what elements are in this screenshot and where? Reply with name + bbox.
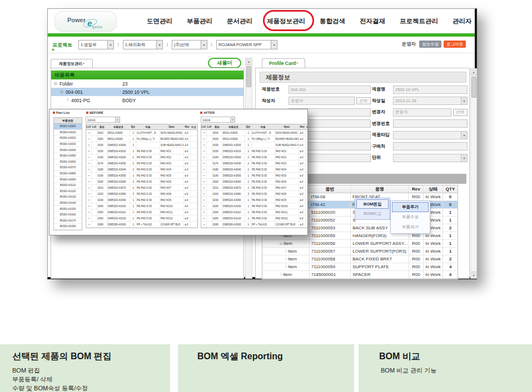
- compare-row[interactable]: • 0220D985320-A30803PE PAD D:30PAD NO8a.…: [86, 191, 197, 197]
- field-input[interactable]: [393, 142, 468, 150]
- field-input[interactable]: [393, 119, 468, 128]
- partlist-item[interactable]: 85300-A3170: [54, 218, 82, 224]
- logout-button[interactable]: 로그아웃: [444, 41, 466, 48]
- compare-row[interactable]: • 0210D985320-A30702PE PAD D:30PAD NO7a.…: [86, 185, 197, 191]
- partlist-item[interactable]: 85300-A3050: [54, 153, 82, 159]
- partlist-item[interactable]: 85300-A3090: [54, 177, 82, 183]
- compare-row[interactable]: • 0030D985301-A30001-SUB HEADLINING ASSY…: [86, 142, 197, 148]
- menu-item-BOM비교[interactable]: BOM비교: [356, 209, 389, 218]
- partlist-item[interactable]: 85300-A3070: [54, 165, 82, 171]
- bom-row[interactable]: ⊟Item7111000056LOWER SUPPORT ASSY...R00I…: [262, 240, 458, 248]
- compare-row[interactable]: • 0190D985320-A30501PE PAD D:30PAD NO5a.…: [86, 173, 197, 179]
- edit-info-button[interactable]: 정보수정: [419, 41, 441, 48]
- tab-profile-card[interactable]: Profile Card *: [262, 58, 305, 68]
- partlist-item[interactable]: 85300-A3160: [54, 212, 82, 218]
- partlist-item[interactable]: 85300-A3080: [54, 171, 82, 177]
- partlist-item[interactable]: 85300-A3180: [54, 224, 82, 230]
- nav-item-7[interactable]: 프로젝트관리: [400, 17, 438, 26]
- bom-row[interactable]: └Item7111000057LOWER SUPPORT(FOR3)R00In …: [262, 248, 458, 255]
- compare-row[interactable]: • 0160D985320-A30202PE PAD D:30PAD NO2a.…: [86, 154, 197, 160]
- field-input[interactable]: ▾: [393, 154, 468, 162]
- compare-row[interactable]: • 0200D985320-A30602PE PAD D:30PAD NO6a.…: [86, 179, 197, 185]
- partlist-item[interactable]: 85300-A3020: [54, 135, 82, 142]
- compare-row[interactable]: • 0210D985320-A30702PE PAD D:30PAD NO7a.…: [201, 185, 308, 191]
- compare-row[interactable]: • 002085312-A30001PU [380g/㎡], 7tBOARD-H…: [201, 136, 308, 142]
- tree-row[interactable]: └4001-PGBODY: [51, 96, 243, 104]
- scroll-up-icon[interactable]: ▲: [471, 69, 476, 76]
- select-button[interactable]: 선택: [453, 109, 468, 116]
- partlist-item[interactable]: 85300-A3110: [54, 183, 82, 189]
- after-filter-select[interactable]: 111111 ▾: [201, 117, 235, 123]
- bom-cell-rev: R00: [409, 248, 424, 255]
- compare-row[interactable]: • 0280D985380-A30001PP + TALK20COVER-3PT…: [201, 222, 308, 228]
- compare-row[interactable]: • 0230D985320-A30901PE PAD D:30PAD NO9a.…: [86, 197, 197, 203]
- field-input[interactable]: 2500 10 VPL: [393, 86, 468, 94]
- field-input[interactable]: 2013-11-26▾: [393, 97, 468, 105]
- compare-row[interactable]: • 0260D985320-A31201PE PAD D:30PAD NO12a…: [201, 215, 308, 222]
- compare-row[interactable]: • 0160D985320-A30202PE PAD D:30PAD NO2a.…: [201, 154, 308, 160]
- compare-row[interactable]: • 0220D985320-A30803PE PAD D:30PAD NO8a.…: [201, 191, 308, 197]
- compare-row[interactable]: • 0180D985320-A30402PE PAD D:30PAD NO4a.…: [201, 167, 308, 173]
- field-input[interactable]: 운영자: [289, 97, 355, 105]
- partlist-item[interactable]: 85300-A3150: [54, 206, 82, 212]
- compare-row[interactable]: • 0150D985320-A30102PE PAD D:30PAD NO1a.…: [86, 148, 197, 154]
- compare-row[interactable]: • 0150D985320-A30102PE PAD D:30PAD NO1a.…: [201, 148, 308, 154]
- compare-row[interactable]: • 0250D985320-A31101PE PAD D:30PAD NO11a…: [201, 209, 308, 215]
- compare-row[interactable]: • 0280D985380-A30001PP + TALK20COVER-3PT…: [86, 222, 197, 228]
- project-select-3[interactable]: (주)선택▾: [172, 40, 207, 49]
- partlist-item[interactable]: 85300-A3060: [54, 159, 82, 165]
- select-button[interactable]: 선택: [356, 97, 371, 104]
- menu-item-부품제거[interactable]: 부품제거: [392, 222, 429, 232]
- compare-row[interactable]: • 0190D985320-A30501PE PAD D:30PAD NO5a.…: [201, 173, 308, 179]
- nav-item-3[interactable]: 문서관리: [227, 17, 252, 26]
- new-folder-button[interactable]: 새폴더: [208, 58, 241, 68]
- scroll-down-icon[interactable]: ▼: [471, 272, 476, 278]
- menu-item-부품추가[interactable]: 부품추가: [392, 202, 429, 212]
- compare-row[interactable]: • 0180D985320-A30402PE PAD D:30PAD NO4a.…: [86, 167, 197, 173]
- bom-row[interactable]: └Item7111000058BACK FIXED BRKTR00In Work…: [262, 255, 458, 263]
- compare-row[interactable]: • 0030D985301-A30001-SUB HEADLINING ASSY…: [201, 142, 308, 148]
- partlist-item[interactable]: 85300-A3030: [54, 142, 82, 148]
- compare-row[interactable]: • 001085311-A30001CLOTH-KNIT , 3tSKIN-HE…: [201, 130, 308, 136]
- before-filter-select[interactable]: 111111 ▾: [86, 117, 120, 123]
- nav-item-2[interactable]: 부품관리: [187, 17, 212, 26]
- partlist-item[interactable]: 85300-A3140: [54, 200, 82, 207]
- tree-row[interactable]: ⊟Folder23: [51, 79, 243, 88]
- project-select-4[interactable]: ROJANA POWER SPP▾: [216, 40, 277, 49]
- compare-row[interactable]: • 0200D985320-A30602PE PAD D:30PAD NO6a.…: [201, 179, 308, 185]
- tab-product-info-mgmt[interactable]: 제품정보관리 *: [51, 59, 93, 68]
- compare-row[interactable]: • 002085312-A30001PU [380g/㎡], 7tBOARD-H…: [86, 136, 197, 142]
- compare-row[interactable]: • 0240D985320-A31001PE PAD D:30PAD NO10a…: [86, 203, 197, 209]
- compare-row[interactable]: • 0170D985320-A30302PE PAD D:30PAD NO3a.…: [201, 160, 308, 167]
- partlist-item[interactable]: 85300-A3010: [54, 130, 82, 136]
- field-input[interactable]: 004-001: [289, 86, 371, 94]
- compare-row[interactable]: • 0240D985320-A31001PE PAD D:30PAD NO10a…: [201, 203, 308, 209]
- menu-item-BOM편집[interactable]: BOM편집: [356, 199, 389, 209]
- nav-item-5[interactable]: 통합검색: [320, 17, 345, 26]
- project-select-2[interactable]: 1.해외화력▾: [123, 40, 163, 49]
- bom-row[interactable]: └Item7111000059SUPPORT PLATER00In Work4: [262, 263, 458, 271]
- compare-row[interactable]: • 0260D985320-A31201PE PAD D:30PAD NO12a…: [86, 215, 197, 222]
- partlist-item[interactable]: 85300-A3040: [54, 147, 82, 153]
- right-scrollbar[interactable]: ▲ ▼: [470, 68, 477, 279]
- partlist-item[interactable]: 85300-A3000: [54, 124, 82, 130]
- nav-item-4[interactable]: 제품정보관리: [267, 17, 305, 26]
- compare-row[interactable]: • 0230D985320-A30901PE PAD D:30PAD NO9a.…: [201, 197, 308, 203]
- field-input[interactable]: 운영자: [393, 108, 451, 117]
- partlist-item[interactable]: 85300-A3120: [54, 189, 82, 195]
- menu-item-부품수정[interactable]: 부품수정: [392, 212, 429, 222]
- compare-row[interactable]: • 001085311-A30001CLOTH-KNIT , 3tSKIN-HE…: [86, 130, 197, 136]
- bom-row[interactable]: └Item7185000001SPACERR00In Work4: [262, 271, 458, 279]
- field-input[interactable]: ▾: [393, 131, 468, 139]
- nav-item-1[interactable]: 도면관리: [147, 17, 172, 26]
- compare-row[interactable]: • 0170D985320-A30302PE PAD D:30PAD NO3a.…: [86, 160, 197, 167]
- nav-item-6[interactable]: 전자결재: [360, 17, 385, 26]
- scroll-up-icon[interactable]: ▲: [246, 58, 252, 65]
- scroll-thumb[interactable]: [471, 77, 476, 98]
- project-select-1[interactable]: 1.영업부▾: [78, 40, 114, 49]
- scroll-thumb[interactable]: [246, 66, 251, 87]
- compare-row[interactable]: • 0250D985320-A31101PE PAD D:30PAD NO11a…: [86, 209, 197, 215]
- tree-row[interactable]: ⊟004-0012500 10 VPL: [51, 88, 243, 96]
- partlist-item[interactable]: 85300-A3130: [54, 194, 82, 200]
- nav-item-8[interactable]: 관리자: [453, 17, 472, 26]
